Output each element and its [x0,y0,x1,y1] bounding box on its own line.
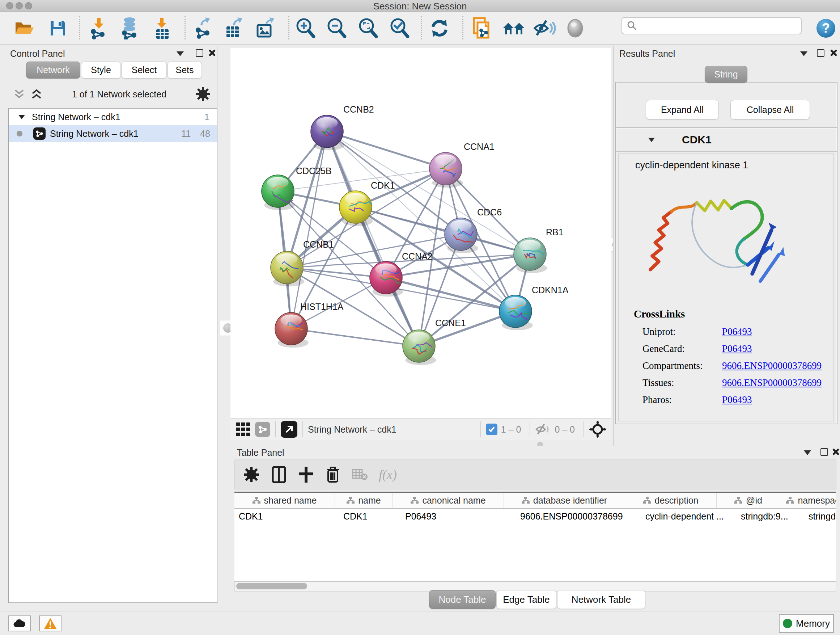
crosslink-link[interactable]: P06493 [722,326,752,337]
zoom-fit-button[interactable] [355,16,381,41]
open-session-button[interactable] [12,16,37,41]
show-columns-icon[interactable] [272,466,286,483]
table-cell: CDK1 [339,509,401,524]
collapse-all-icon[interactable] [13,89,25,100]
results-panel-menu-icon[interactable] [800,51,807,56]
tab-network-table[interactable]: Network Table [557,590,645,609]
memory-button[interactable]: Memory [779,614,834,633]
tab-network[interactable]: Network [26,62,80,79]
column-header-description[interactable]: description [625,493,717,508]
table-hscrollbar-thumb[interactable] [236,583,307,589]
network-status-dot [17,131,22,136]
edge-CCNB2-HIST1H1A[interactable] [291,131,327,329]
column-header-namespace[interactable]: namespace [780,493,836,508]
selected-checkbox-icon[interactable] [486,424,497,435]
gene-disclosure-icon[interactable] [648,138,655,142]
tab-sets[interactable]: Sets [167,62,202,79]
control-panel-menu-icon[interactable] [177,51,184,56]
crosslink-link[interactable]: P06493 [722,343,752,355]
show-all-button[interactable] [562,16,588,41]
node-CDK1[interactable] [339,191,373,226]
network-canvas[interactable]: CCNB2CCNA1CDC25BCDK1CDC6RB1CCNB1CCNA2CDK… [231,48,611,418]
footer-separator [275,421,276,437]
node-CCNB1[interactable] [271,251,304,287]
table-row[interactable]: CDK1CDK1P064939606.ENSP00000378699cyclin… [234,509,836,524]
crosslink-link[interactable]: P06493 [722,394,752,405]
refresh-view-button[interactable] [427,16,452,41]
home-layout-button[interactable] [501,16,526,41]
node-label-CCNA2: CCNA2 [402,251,433,261]
search-input[interactable] [640,19,801,33]
network-collection-row[interactable]: String Network – cdk1 1 [9,109,217,125]
control-panel-float-icon[interactable] [196,49,203,57]
export-image-button[interactable] [252,16,278,41]
clone-network-button[interactable] [470,16,495,41]
import-network-from-database-button[interactable] [117,16,142,41]
column-header-@id[interactable]: @id [717,493,780,508]
open-in-window-icon[interactable] [281,421,297,438]
crosshair-icon[interactable] [589,421,606,438]
save-icon [49,19,66,37]
edge-CCNB2-CCNA1[interactable] [327,131,446,169]
results-panel-float-icon[interactable] [817,49,824,57]
network-type-icon [33,127,46,140]
hide-selected-button[interactable] [532,16,557,41]
control-panel-close-icon[interactable] [208,49,216,57]
edge-HIST1H1A-CCNE1[interactable] [291,329,419,346]
network-row[interactable]: String Network – cdk1 11 48 [9,125,217,142]
collapse-all-button[interactable]: Collapse All [730,100,810,119]
crosslink-link[interactable]: 9606.ENSP00000378699 [722,377,821,388]
tab-select[interactable]: Select [122,62,167,79]
help-button[interactable]: ? [813,16,838,41]
control-panel-tabs: NetworkStyleSelectSets [26,62,202,79]
node-CDC25B[interactable] [262,175,295,210]
node-CCNA2[interactable] [370,261,403,296]
tab-string[interactable]: String [705,66,747,83]
crosslink-link[interactable]: 9606.ENSP00000378699 [722,360,821,371]
network-graph[interactable]: CCNB2CCNA1CDC25BCDK1CDC6RB1CCNB1CCNA2CDK… [231,48,611,418]
node-CDKN1A[interactable] [499,295,533,330]
tab-edge-table[interactable]: Edge Table [496,590,556,609]
node-HIST1H1A[interactable] [275,312,309,348]
cloud-button[interactable] [8,616,31,631]
import-table-button[interactable] [149,16,175,41]
birds-eye-view-icon[interactable] [236,423,250,436]
search-field[interactable] [622,17,802,35]
column-header-shared-name[interactable]: shared name [234,493,335,508]
node-CDC6[interactable] [445,218,478,253]
export-network-button[interactable] [190,16,215,41]
table-gear-icon[interactable] [243,467,259,483]
tab-node-table[interactable]: Node Table [429,590,496,609]
column-header-database-identifier[interactable]: database identifier [504,493,625,508]
add-column-icon[interactable] [298,466,314,483]
title-bar: Session: New Session [0,0,840,12]
node-RB1[interactable] [514,238,547,273]
tab-style[interactable]: Style [81,62,121,79]
gene-header-row[interactable]: CDK1 [616,128,837,152]
results-panel-close-icon[interactable] [830,49,837,57]
zoom-selected-button[interactable] [387,16,412,41]
table-panel-close-icon[interactable] [832,448,839,455]
expand-all-button[interactable]: Expand All [646,100,719,119]
gear-icon[interactable] [196,87,210,101]
zoom-in-button[interactable] [293,16,318,41]
save-session-button[interactable] [45,16,71,41]
node-CCNE1[interactable] [403,330,436,365]
gene-detail-box: cyclin-dependent kinase 1 [618,154,834,421]
table-panel-menu-icon[interactable] [804,450,811,455]
import-network-button[interactable] [86,16,111,41]
node-CCNB2[interactable] [311,115,344,150]
collection-disclosure-icon[interactable] [19,115,25,119]
delete-column-icon[interactable] [326,466,340,483]
table-panel-float-icon[interactable] [821,448,828,456]
hidden-eye-slash-icon[interactable] [535,423,551,435]
zoom-out-button[interactable] [324,16,349,41]
node-table[interactable]: shared namenamecanonical namedatabase id… [234,492,836,583]
export-table-button[interactable] [221,16,246,41]
network-share-icon[interactable] [255,422,270,437]
expand-all-icon[interactable] [30,89,43,100]
column-header-name[interactable]: name [335,493,393,508]
node-CCNA1[interactable] [429,152,463,187]
column-header-canonical-name[interactable]: canonical name [393,493,504,508]
warnings-button[interactable] [39,616,62,631]
